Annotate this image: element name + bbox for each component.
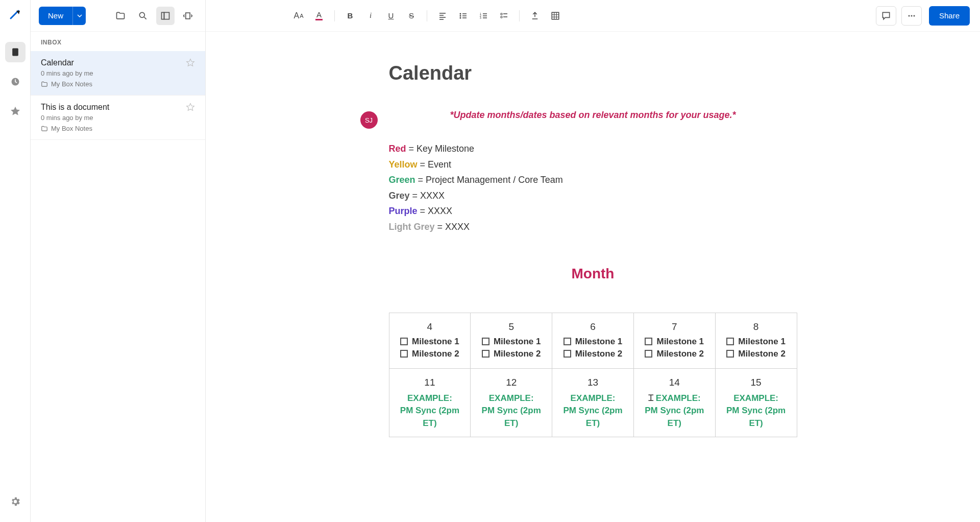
strikethrough-icon[interactable]: S bbox=[402, 7, 421, 25]
text-size-icon[interactable]: AA bbox=[289, 7, 308, 25]
milestone-checkbox[interactable]: Milestone 2 bbox=[638, 349, 711, 359]
note-meta: 0 mins ago by me bbox=[41, 69, 195, 77]
calendar-cell[interactable]: 15EXAMPLE:PM Sync (2pm ET) bbox=[715, 368, 797, 437]
note-meta: 0 mins ago by me bbox=[41, 114, 195, 122]
svg-point-2 bbox=[139, 12, 144, 17]
rail-favorites-icon[interactable] bbox=[5, 101, 26, 122]
search-icon[interactable] bbox=[134, 7, 152, 25]
star-icon[interactable] bbox=[186, 58, 195, 67]
rail-recent-icon[interactable] bbox=[5, 72, 26, 92]
checklist-icon[interactable] bbox=[495, 7, 513, 25]
milestone-checkbox[interactable]: Milestone 2 bbox=[556, 349, 629, 359]
calendar-date: 14 bbox=[638, 377, 711, 388]
text-cursor: Ꮖ bbox=[648, 392, 654, 405]
svg-point-8 bbox=[460, 17, 461, 18]
calendar-cell[interactable]: 13EXAMPLE:PM Sync (2pm ET) bbox=[552, 368, 634, 437]
svg-rect-4 bbox=[164, 12, 169, 19]
note-title: This is a document bbox=[41, 103, 195, 112]
month-heading[interactable]: Month bbox=[389, 266, 797, 282]
example-text: EXAMPLE:PM Sync (2pm ET) bbox=[556, 392, 629, 430]
calendar-cell[interactable]: 12EXAMPLE:PM Sync (2pm ET) bbox=[471, 368, 552, 437]
calendar-cell[interactable]: 5Milestone 1Milestone 2 bbox=[471, 313, 552, 368]
sidebar: New INBOX Calendar0 mins ago by meMy Box… bbox=[31, 0, 206, 522]
calendar-date: 7 bbox=[638, 321, 711, 333]
new-button-dropdown[interactable] bbox=[72, 7, 86, 25]
calendar-cell[interactable]: 11EXAMPLE:PM Sync (2pm ET) bbox=[389, 368, 471, 437]
settings-gear-icon[interactable] bbox=[5, 491, 26, 512]
milestone-checkbox[interactable]: Milestone 1 bbox=[475, 337, 548, 347]
svg-rect-0 bbox=[12, 49, 18, 56]
sidebar-toolbar: New bbox=[31, 0, 205, 32]
calendar-date: 11 bbox=[394, 377, 467, 388]
legend-row: Green = Project Management / Core Team bbox=[389, 172, 797, 188]
svg-point-7 bbox=[460, 15, 461, 16]
milestone-checkbox[interactable]: Milestone 1 bbox=[394, 337, 467, 347]
upload-icon[interactable] bbox=[526, 7, 544, 25]
editor-toolbar: AA A B i U S 123 bbox=[206, 0, 980, 32]
note-item[interactable]: This is a document0 mins ago by meMy Box… bbox=[31, 96, 205, 140]
legend-row: Yellow = Event bbox=[389, 157, 797, 173]
left-rail bbox=[0, 0, 31, 522]
share-button[interactable]: Share bbox=[929, 6, 970, 26]
example-text: EXAMPLE:PM Sync (2pm ET) bbox=[394, 392, 467, 430]
milestone-checkbox[interactable]: Milestone 2 bbox=[720, 349, 793, 359]
editor: AA A B i U S 123 bbox=[206, 0, 980, 522]
user-avatar: SJ bbox=[360, 111, 378, 129]
legend-row: Grey = XXXX bbox=[389, 188, 797, 204]
table-icon[interactable] bbox=[546, 7, 565, 25]
text-color-icon[interactable]: A bbox=[310, 7, 328, 25]
calendar-date: 13 bbox=[556, 377, 629, 388]
calendar-cell[interactable]: 8Milestone 1Milestone 2 bbox=[715, 313, 797, 368]
note-item[interactable]: Calendar0 mins ago by meMy Box Notes bbox=[31, 51, 205, 96]
more-options-icon[interactable] bbox=[901, 6, 922, 26]
calendar-table[interactable]: 4Milestone 1Milestone 25Milestone 1Miles… bbox=[389, 313, 797, 438]
svg-rect-5 bbox=[186, 13, 190, 19]
calendar-date: 5 bbox=[475, 321, 548, 333]
bold-icon[interactable]: B bbox=[341, 7, 359, 25]
editor-content[interactable]: Calendar SJ *Update months/dates based o… bbox=[206, 32, 980, 522]
italic-icon[interactable]: i bbox=[361, 7, 380, 25]
legend[interactable]: Red = Key MilestoneYellow = EventGreen =… bbox=[389, 141, 797, 235]
update-note[interactable]: *Update months/dates based on relevant m… bbox=[389, 110, 797, 121]
bullet-list-icon[interactable] bbox=[454, 7, 472, 25]
note-folder: My Box Notes bbox=[41, 125, 195, 132]
example-text: EXAMPLE:PM Sync (2pm ET) bbox=[720, 392, 793, 430]
sidebar-section-label: INBOX bbox=[31, 32, 205, 51]
milestone-checkbox[interactable]: Milestone 1 bbox=[638, 337, 711, 347]
folder-icon[interactable] bbox=[111, 7, 130, 25]
milestone-checkbox[interactable]: Milestone 1 bbox=[556, 337, 629, 347]
underline-icon[interactable]: U bbox=[382, 7, 400, 25]
calendar-date: 6 bbox=[556, 321, 629, 333]
milestone-checkbox[interactable]: Milestone 2 bbox=[394, 349, 467, 359]
calendar-date: 8 bbox=[720, 321, 793, 333]
svg-text:3: 3 bbox=[480, 16, 481, 19]
svg-point-14 bbox=[911, 15, 912, 16]
legend-row: Light Grey = XXXX bbox=[389, 219, 797, 235]
note-title: Calendar bbox=[41, 58, 195, 67]
svg-point-15 bbox=[913, 15, 915, 16]
calendar-cell[interactable]: 7Milestone 1Milestone 2 bbox=[633, 313, 715, 368]
numbered-list-icon[interactable]: 123 bbox=[474, 7, 493, 25]
calendar-date: 12 bbox=[475, 377, 548, 388]
legend-row: Red = Key Milestone bbox=[389, 141, 797, 157]
list-view-icon[interactable] bbox=[156, 7, 175, 25]
example-text: EXAMPLE:PM Sync (2pm ET) bbox=[475, 392, 548, 430]
comments-icon[interactable] bbox=[876, 6, 896, 26]
milestone-checkbox[interactable]: Milestone 1 bbox=[720, 337, 793, 347]
svg-point-6 bbox=[460, 13, 461, 14]
legend-row: Purple = XXXX bbox=[389, 203, 797, 219]
milestone-checkbox[interactable]: Milestone 2 bbox=[475, 349, 548, 359]
note-folder: My Box Notes bbox=[41, 80, 195, 88]
calendar-date: 15 bbox=[720, 377, 793, 388]
rail-documents-icon[interactable] bbox=[5, 42, 26, 62]
new-button[interactable]: New bbox=[39, 7, 72, 25]
star-icon[interactable] bbox=[186, 103, 195, 112]
align-icon[interactable] bbox=[433, 7, 452, 25]
calendar-cell[interactable]: 6Milestone 1Milestone 2 bbox=[552, 313, 634, 368]
expand-view-icon[interactable] bbox=[179, 7, 197, 25]
calendar-cell[interactable]: 4Milestone 1Milestone 2 bbox=[389, 313, 471, 368]
document-title[interactable]: Calendar bbox=[389, 62, 797, 84]
calendar-cell[interactable]: 14ᏆEXAMPLE:PM Sync (2pm ET) bbox=[633, 368, 715, 437]
svg-rect-12 bbox=[552, 12, 559, 19]
svg-point-13 bbox=[908, 15, 910, 16]
